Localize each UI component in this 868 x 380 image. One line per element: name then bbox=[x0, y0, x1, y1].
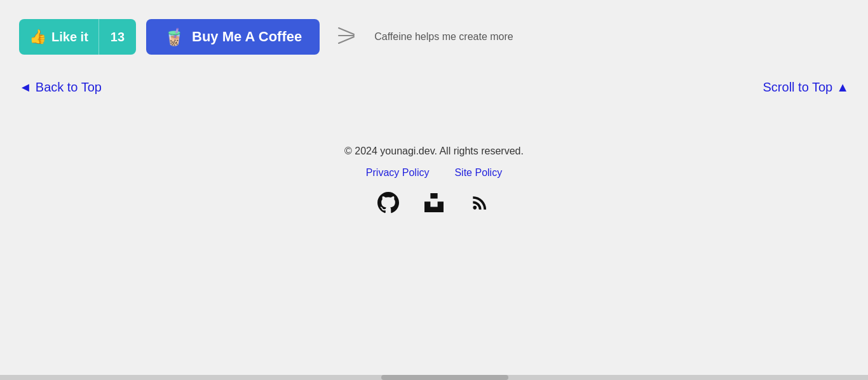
thumbs-up-icon: 👍 bbox=[29, 29, 46, 45]
scrollbar-thumb[interactable] bbox=[381, 375, 508, 380]
scroll-up-icon: ▲ bbox=[836, 80, 849, 95]
back-to-top-label: Back to Top bbox=[36, 80, 102, 95]
scroll-to-top-link[interactable]: Scroll to Top ▲ bbox=[763, 80, 849, 95]
back-to-top-link[interactable]: ◄ Back to Top bbox=[19, 80, 102, 95]
buy-coffee-button[interactable]: 🧋 Buy Me A Coffee bbox=[146, 19, 320, 55]
footer-icons bbox=[377, 191, 491, 214]
coffee-label: Buy Me A Coffee bbox=[192, 29, 302, 45]
copyright-text: © 2024 younagi.dev. All rights reserved. bbox=[344, 146, 524, 157]
svg-line-2 bbox=[339, 37, 354, 43]
rss-icon[interactable] bbox=[468, 191, 491, 214]
site-policy-link[interactable]: Site Policy bbox=[454, 167, 502, 179]
coffee-cup-icon: 🧋 bbox=[164, 27, 184, 47]
privacy-policy-link[interactable]: Privacy Policy bbox=[366, 167, 430, 179]
footer: © 2024 younagi.dev. All rights reserved.… bbox=[19, 146, 849, 214]
like-button[interactable]: 👍 Like it 13 bbox=[19, 19, 136, 55]
footer-links: Privacy Policy Site Policy bbox=[366, 167, 502, 179]
scrollbar[interactable] bbox=[0, 375, 868, 380]
github-icon[interactable] bbox=[377, 191, 400, 214]
caffeine-text: Caffeine helps me create more bbox=[374, 31, 513, 43]
back-arrow-icon: ◄ bbox=[19, 80, 32, 95]
navigation-row: ◄ Back to Top Scroll to Top ▲ bbox=[19, 80, 849, 95]
arrow-decoration bbox=[334, 23, 359, 51]
like-count: 13 bbox=[99, 30, 136, 44]
action-row: 👍 Like it 13 🧋 Buy Me A Coffee Caffeine … bbox=[19, 19, 849, 55]
scroll-to-top-label: Scroll to Top bbox=[763, 80, 833, 95]
svg-line-0 bbox=[339, 28, 354, 34]
unsplash-icon[interactable] bbox=[423, 191, 445, 214]
like-label: Like it bbox=[51, 30, 88, 44]
